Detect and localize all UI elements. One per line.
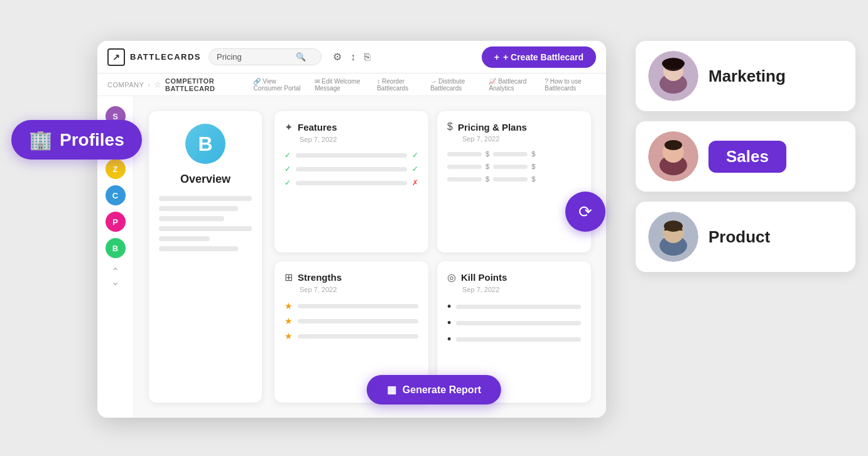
marketing-profile-card[interactable]: Marketing [636, 41, 855, 111]
pricing-card: $ Pricing & Plans Sep 7, 2022 $ $ [437, 111, 591, 252]
dollar-3b: $ [531, 175, 535, 183]
killpoints-header: ◎ Kill Points [447, 271, 581, 283]
strengths-title: Strengths [298, 272, 342, 283]
sales-name: Sales [708, 141, 786, 173]
killpoints-date: Sep 7, 2022 [462, 286, 581, 293]
sales-avatar [648, 131, 698, 182]
breadcrumb-reorder[interactable]: ↕ Reorder Battlecards [377, 78, 421, 92]
share-button[interactable]: ⟳ [565, 192, 605, 232]
breadcrumb-current: COMPETITOR BATTLECARD [165, 77, 242, 92]
avatar-b[interactable]: B [106, 238, 126, 258]
killpoint-row-1: • [447, 301, 581, 312]
sort-icon[interactable]: ↕ [350, 52, 355, 63]
logo-box: ↗ BATTLECARDS [107, 48, 201, 66]
copy-icon[interactable]: ⎘ [364, 52, 371, 63]
topbar: ↗ BATTLECARDS 🔍 ⚙ ↕ ⎘ + + Create Battlec… [97, 41, 606, 73]
search-icon: 🔍 [296, 52, 306, 62]
features-icon: ✦ [285, 121, 293, 133]
x-icon-3: ✗ [412, 178, 418, 187]
strength-row-3: ★ [285, 331, 418, 341]
breadcrumb-company: COMPANY [107, 81, 144, 89]
create-icon: + [494, 52, 499, 62]
product-avatar [648, 212, 698, 262]
overview-line-4 [159, 226, 252, 231]
profiles-label: Profiles [60, 130, 124, 150]
cards-grid: ✦ Features Sep 7, 2022 ✓ ✓ [274, 111, 591, 403]
topbar-icons: ⚙ ↕ ⎘ [333, 51, 371, 63]
sales-profile-card[interactable]: Sales [636, 121, 855, 192]
avatar-p[interactable]: P [106, 212, 126, 232]
dollar-3: $ [486, 175, 489, 183]
overview-line-6 [159, 246, 238, 251]
create-battlecard-button[interactable]: + + Create Battlecard [482, 46, 596, 68]
killpoint-line-1 [456, 305, 581, 309]
killpoints-title: Kill Points [461, 272, 507, 283]
right-panel: Marketing Sales [636, 41, 855, 272]
breadcrumb-distribute[interactable]: → Distribute Battlecards [430, 78, 480, 92]
killpoints-rows: • • • [447, 301, 581, 345]
generate-report-wrapper: ▦ Generate Report [367, 375, 501, 404]
feature-row-3: ✓ ✗ [285, 178, 418, 187]
price-line-2a [447, 165, 482, 169]
browser-window: ↗ BATTLECARDS 🔍 ⚙ ↕ ⎘ + + Create Battlec… [97, 41, 606, 418]
avatar-z[interactable]: Z [106, 159, 126, 179]
strengths-header: ⊞ Strengths [285, 271, 418, 283]
feature-row-2: ✓ ✓ [285, 165, 418, 173]
check-icon-3: ✓ [285, 178, 291, 187]
bullet-icon-2: • [447, 317, 451, 328]
price-line-3a [447, 177, 482, 182]
price-line-3b [493, 177, 528, 182]
strength-line-3 [298, 334, 418, 339]
star-icon-2: ★ [285, 316, 293, 326]
product-profile-card[interactable]: Product [636, 202, 855, 272]
star-icon-3: ★ [285, 331, 293, 341]
logo-text: BATTLECARDS [130, 52, 201, 62]
breadcrumb-consumer-portal[interactable]: 🔗 View Consumer Portal [253, 78, 306, 92]
killpoint-line-2 [456, 321, 581, 325]
filter-icon[interactable]: ⚙ [333, 51, 342, 63]
check-icon-2: ✓ [285, 165, 291, 173]
svg-point-4 [662, 58, 685, 69]
overview-title: Overview [180, 173, 231, 186]
strengths-icon: ⊞ [285, 271, 293, 283]
feature-row-1: ✓ ✓ [285, 151, 418, 160]
strengths-rows: ★ ★ ★ [285, 301, 418, 341]
svg-point-8 [665, 140, 682, 150]
cards-area: B Overview [134, 96, 606, 418]
pricing-header: $ Pricing & Plans [447, 121, 581, 133]
strength-row-1: ★ [285, 301, 418, 311]
generate-icon: ▦ [387, 384, 396, 396]
killpoint-row-2: • [447, 317, 581, 328]
scene: 🏢 Profiles ↗ BATTLECARDS 🔍 ⚙ ↕ ⎘ + + Cre [0, 0, 868, 456]
killpoint-line-3 [456, 337, 581, 342]
expand-chevrons[interactable]: ⌃⌄ [111, 267, 119, 287]
breadcrumb-welcome-msg[interactable]: ✉ Edit Welcome Message [315, 78, 368, 92]
features-title: Features [298, 122, 337, 133]
search-input[interactable] [217, 52, 292, 62]
killpoint-row-3: • [447, 334, 581, 345]
search-bar[interactable]: 🔍 [209, 48, 322, 65]
bullet-icon-3: • [447, 334, 451, 345]
breadcrumb-star-icon[interactable]: ☆ [154, 80, 161, 89]
feature-line-2 [296, 167, 407, 171]
killpoints-icon: ◎ [447, 271, 456, 283]
dollar-1: $ [486, 150, 489, 158]
strength-line-2 [298, 319, 418, 323]
breadcrumb-help[interactable]: ? How to use Battlecards [545, 78, 596, 92]
breadcrumb-analytics[interactable]: 📈 Battlecard Analytics [489, 78, 536, 92]
check-icon-1: ✓ [285, 151, 291, 160]
generate-label: Generate Report [403, 384, 481, 396]
features-card: ✦ Features Sep 7, 2022 ✓ ✓ [274, 111, 428, 252]
profiles-pill[interactable]: 🏢 Profiles [11, 120, 142, 160]
dollar-2b: $ [531, 163, 535, 170]
building-icon: 🏢 [29, 129, 52, 151]
price-row-2: $ $ [447, 163, 581, 170]
breadcrumb-actions: 🔗 View Consumer Portal ✉ Edit Welcome Me… [253, 78, 596, 92]
features-date: Sep 7, 2022 [300, 136, 418, 143]
generate-report-button[interactable]: ▦ Generate Report [367, 375, 501, 404]
overview-lines [159, 196, 252, 251]
overview-line-5 [159, 236, 210, 241]
overview-line-2 [159, 206, 238, 211]
overview-section: B Overview [149, 111, 591, 403]
avatar-c[interactable]: C [106, 185, 126, 205]
